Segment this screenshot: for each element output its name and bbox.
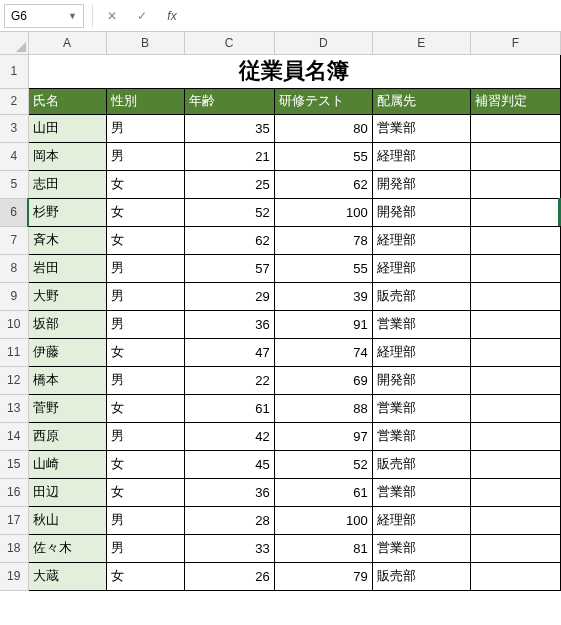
cell-rem[interactable] [470,170,560,198]
cell-rem[interactable] [470,282,560,310]
sheet-title[interactable]: 従業員名簿 [28,54,560,88]
row-header[interactable]: 15 [0,450,28,478]
cell-score[interactable]: 79 [274,562,372,590]
fx-icon[interactable]: fх [161,5,183,27]
cell-name[interactable]: 田辺 [28,478,106,506]
cell-dept[interactable]: 販売部 [372,282,470,310]
cell-sex[interactable]: 女 [106,478,184,506]
col-header[interactable]: E [372,32,470,54]
cell-sex[interactable]: 女 [106,394,184,422]
cell-score[interactable]: 55 [274,254,372,282]
cell-age[interactable]: 36 [184,478,274,506]
cell-score[interactable]: 88 [274,394,372,422]
cell-name[interactable]: 杉野 [28,198,106,226]
cell-age[interactable]: 52 [184,198,274,226]
row-header[interactable]: 14 [0,422,28,450]
cell-score[interactable]: 55 [274,142,372,170]
cell-score[interactable]: 69 [274,366,372,394]
cell-age[interactable]: 47 [184,338,274,366]
cell-dept[interactable]: 営業部 [372,310,470,338]
cell-age[interactable]: 28 [184,506,274,534]
row-header[interactable]: 9 [0,282,28,310]
cell-score[interactable]: 97 [274,422,372,450]
cell-dept[interactable]: 経理部 [372,254,470,282]
cell-dept[interactable]: 営業部 [372,114,470,142]
row-header[interactable]: 8 [0,254,28,282]
cell-rem[interactable] [470,394,560,422]
row-header[interactable]: 18 [0,534,28,562]
cell-age[interactable]: 57 [184,254,274,282]
cell-sex[interactable]: 男 [106,422,184,450]
row-header[interactable]: 16 [0,478,28,506]
cell-name[interactable]: 岡本 [28,142,106,170]
cell-sex[interactable]: 男 [106,534,184,562]
formula-input[interactable] [191,4,557,28]
cell-sex[interactable]: 男 [106,366,184,394]
header-cell[interactable]: 氏名 [28,88,106,114]
cell-dept[interactable]: 経理部 [372,226,470,254]
cell-sex[interactable]: 男 [106,142,184,170]
cell-sex[interactable]: 女 [106,170,184,198]
row-header[interactable]: 12 [0,366,28,394]
cell-name[interactable]: 伊藤 [28,338,106,366]
cell-rem[interactable] [470,226,560,254]
cell-name[interactable]: 岩田 [28,254,106,282]
cell-sex[interactable]: 男 [106,254,184,282]
cell-age[interactable]: 33 [184,534,274,562]
row-header[interactable]: 17 [0,506,28,534]
cell-score[interactable]: 80 [274,114,372,142]
cell-name[interactable]: 橋本 [28,366,106,394]
select-all-corner[interactable] [0,32,28,54]
cell-score[interactable]: 62 [274,170,372,198]
cell-name[interactable]: 山田 [28,114,106,142]
cell-sex[interactable]: 女 [106,198,184,226]
cell-rem[interactable] [470,450,560,478]
cell-score[interactable]: 81 [274,534,372,562]
cell-score[interactable]: 100 [274,198,372,226]
cell-age[interactable]: 42 [184,422,274,450]
cell-name[interactable]: 大野 [28,282,106,310]
cell-dept[interactable]: 経理部 [372,338,470,366]
header-cell[interactable]: 年齢 [184,88,274,114]
cell-rem[interactable] [470,254,560,282]
cell-name[interactable]: 志田 [28,170,106,198]
cell-age[interactable]: 26 [184,562,274,590]
cell-rem[interactable] [470,478,560,506]
cell-sex[interactable]: 女 [106,338,184,366]
header-cell[interactable]: 性別 [106,88,184,114]
col-header[interactable]: F [470,32,560,54]
cell-age[interactable]: 25 [184,170,274,198]
header-cell[interactable]: 配属先 [372,88,470,114]
row-header[interactable]: 5 [0,170,28,198]
cell-dept[interactable]: 開発部 [372,198,470,226]
name-box[interactable]: G6 ▼ [4,4,84,28]
cell-score[interactable]: 91 [274,310,372,338]
cell-score[interactable]: 100 [274,506,372,534]
cancel-icon[interactable]: ✕ [101,5,123,27]
row-header[interactable]: 13 [0,394,28,422]
chevron-down-icon[interactable]: ▼ [68,11,77,21]
row-header[interactable]: 3 [0,114,28,142]
row-header[interactable]: 1 [0,54,28,88]
cell-age[interactable]: 62 [184,226,274,254]
cell-rem[interactable] [470,114,560,142]
cell-age[interactable]: 29 [184,282,274,310]
row-header[interactable]: 4 [0,142,28,170]
cell-dept[interactable]: 営業部 [372,422,470,450]
cell-sex[interactable]: 男 [106,310,184,338]
cell-dept[interactable]: 販売部 [372,450,470,478]
cell-age[interactable]: 36 [184,310,274,338]
cell-name[interactable]: 大蔵 [28,562,106,590]
cell-dept[interactable]: 販売部 [372,562,470,590]
cell-dept[interactable]: 経理部 [372,506,470,534]
cell-score[interactable]: 78 [274,226,372,254]
cell-score[interactable]: 61 [274,478,372,506]
cell-score[interactable]: 39 [274,282,372,310]
cell-name[interactable]: 山崎 [28,450,106,478]
cell-name[interactable]: 秋山 [28,506,106,534]
cell-name[interactable]: 斉木 [28,226,106,254]
cell-name[interactable]: 菅野 [28,394,106,422]
cell-score[interactable]: 52 [274,450,372,478]
cell-dept[interactable]: 営業部 [372,394,470,422]
cell-rem[interactable] [470,310,560,338]
